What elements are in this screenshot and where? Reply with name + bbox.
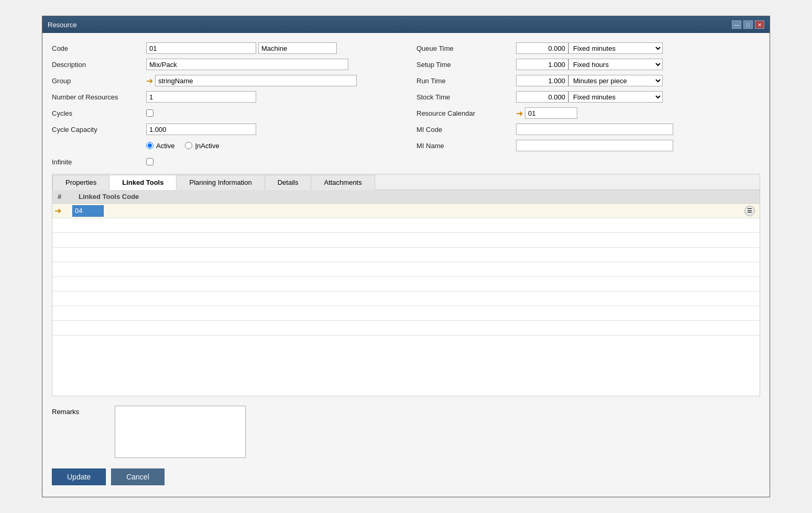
table-row (52, 306, 760, 321)
table-row (52, 262, 760, 277)
queue-time-row: Queue Time Fixed minutes Fixed hours Min… (416, 41, 760, 55)
mi-name-input[interactable] (516, 140, 673, 151)
stock-time-row: Stock Time Fixed minutes Fixed hours Min… (416, 90, 760, 104)
num-resources-label: Number of Resources (52, 93, 146, 101)
active-row: Active InActive (52, 139, 396, 152)
active-inactive-radio: Active InActive (146, 142, 220, 150)
button-row: Update Cancel (52, 463, 760, 488)
stock-time-unit-select[interactable]: Fixed minutes Fixed hours Minutes per pi… (568, 91, 663, 103)
col-code: Linked Tools Code (79, 193, 139, 200)
left-form: Code Description Group ➜ (52, 41, 396, 169)
row-code-cell (70, 205, 742, 217)
queue-time-input[interactable] (516, 42, 568, 54)
table-row (52, 233, 760, 248)
active-label: Active (156, 142, 174, 150)
right-form: Queue Time Fixed minutes Fixed hours Min… (416, 41, 760, 169)
setup-time-label: Setup Time (416, 61, 516, 69)
close-button[interactable]: ✕ (755, 20, 764, 29)
group-arrow-icon[interactable]: ➜ (146, 76, 153, 86)
table-row (52, 321, 760, 336)
run-time-unit-select[interactable]: Fixed minutes Fixed hours Minutes per pi… (568, 75, 663, 86)
setup-time-unit-select[interactable]: Fixed minutes Fixed hours Minutes per pi… (568, 59, 663, 70)
active-radio-item: Active (146, 142, 174, 150)
remarks-textarea[interactable] (115, 406, 246, 458)
mi-name-label: MI Name (416, 142, 516, 150)
description-row: Description (52, 58, 396, 71)
cycles-row: Cycles (52, 106, 396, 120)
infinite-row: Infinite (52, 155, 396, 169)
col-hash: # (58, 193, 79, 200)
resource-calendar-arrow-icon[interactable]: ➜ (516, 108, 523, 118)
infinite-label: Infinite (52, 158, 146, 166)
cycles-label: Cycles (52, 109, 146, 117)
type-input[interactable] (258, 42, 337, 54)
row-menu-button[interactable]: ☰ (744, 206, 755, 216)
mi-code-input[interactable] (516, 124, 673, 135)
resource-calendar-row: Resource Calendar ➜ (416, 106, 760, 120)
form-section: Code Description Group ➜ (52, 41, 760, 169)
tabs-header: Properties Linked Tools Planning Informa… (52, 174, 760, 190)
tab-properties[interactable]: Properties (52, 175, 109, 190)
code-inputs (146, 42, 337, 54)
main-content: Code Description Group ➜ (42, 33, 770, 497)
description-input[interactable] (146, 59, 348, 70)
row-code-input[interactable] (72, 205, 104, 217)
table-row[interactable]: ➜ ☰ (52, 204, 760, 218)
num-resources-input[interactable] (146, 91, 256, 103)
queue-time-label: Queue Time (416, 44, 516, 52)
remarks-section: Remarks (52, 406, 760, 458)
table-header: # Linked Tools Code (52, 190, 760, 204)
title-bar: Resource — □ ✕ (42, 16, 770, 33)
mi-code-label: MI Code (416, 126, 516, 133)
num-resources-row: Number of Resources (52, 90, 396, 104)
window-title: Resource (48, 21, 77, 29)
code-row: Code (52, 41, 396, 55)
table-row (52, 292, 760, 306)
inactive-radio-item: InActive (185, 142, 219, 150)
row-action: ☰ (742, 206, 758, 216)
group-input[interactable] (155, 75, 357, 86)
stock-time-label: Stock Time (416, 93, 516, 101)
stock-time-input[interactable] (516, 91, 568, 103)
tabs-container: Properties Linked Tools Planning Informa… (52, 174, 760, 396)
tab-linked-tools[interactable]: Linked Tools (109, 175, 177, 190)
update-button[interactable]: Update (52, 469, 106, 485)
code-label: Code (52, 44, 146, 52)
queue-time-unit-select[interactable]: Fixed minutes Fixed hours Minutes per pi… (568, 42, 663, 54)
table-row (52, 277, 760, 292)
inactive-label: InActive (195, 142, 219, 150)
maximize-button[interactable]: □ (743, 20, 753, 29)
resource-calendar-input[interactable] (525, 107, 577, 119)
table-body: ➜ ☰ (52, 204, 760, 396)
mi-code-row: MI Code (416, 122, 760, 136)
infinite-checkbox[interactable] (146, 158, 153, 165)
resource-calendar-label: Resource Calendar (416, 109, 516, 117)
tab-details[interactable]: Details (265, 175, 312, 190)
window-controls: — □ ✕ (732, 20, 764, 29)
row-arrow-icon: ➜ (54, 206, 70, 216)
linked-tools-tab-content: # Linked Tools Code ➜ ☰ (52, 190, 760, 396)
group-row: Group ➜ (52, 74, 396, 87)
description-label: Description (52, 61, 146, 69)
setup-time-row: Setup Time Fixed minutes Fixed hours Min… (416, 58, 760, 71)
minimize-button[interactable]: — (732, 20, 741, 29)
inactive-radio[interactable] (185, 142, 192, 149)
table-row (52, 218, 760, 233)
run-time-row: Run Time Fixed minutes Fixed hours Minut… (416, 74, 760, 87)
run-time-input[interactable] (516, 75, 568, 86)
cycle-capacity-row: Cycle Capacity (52, 122, 396, 136)
cycle-capacity-label: Cycle Capacity (52, 126, 146, 133)
run-time-label: Run Time (416, 77, 516, 85)
cycle-capacity-input[interactable] (146, 124, 256, 135)
setup-time-input[interactable] (516, 59, 568, 70)
cancel-button[interactable]: Cancel (111, 469, 164, 485)
group-label: Group (52, 77, 146, 85)
table-row (52, 248, 760, 262)
tab-planning-information[interactable]: Planning Information (176, 175, 265, 190)
active-radio[interactable] (146, 142, 153, 149)
mi-name-row: MI Name (416, 139, 760, 152)
remarks-label: Remarks (52, 406, 104, 416)
tab-attachments[interactable]: Attachments (311, 175, 375, 190)
cycles-checkbox[interactable] (146, 109, 153, 117)
code-input[interactable] (146, 42, 256, 54)
